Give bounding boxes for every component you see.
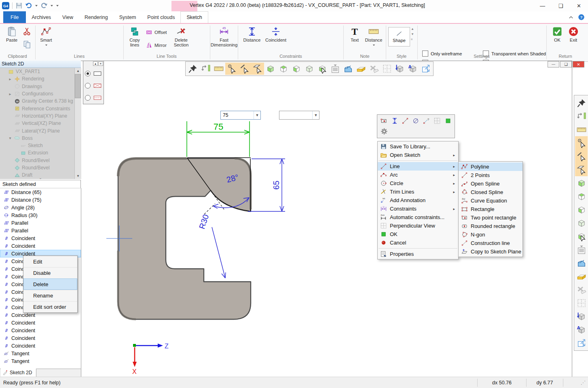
submenu-item[interactable]: Rounded rectangle — [459, 222, 522, 230]
menu-item[interactable]: Circle ▸ — [378, 179, 458, 188]
tree-item[interactable]: 10 Gravity Center 6.738 kg — [0, 97, 81, 105]
line-tool-icon[interactable] — [66, 27, 75, 36]
help-icon[interactable]: ? — [578, 14, 585, 21]
constraint-row[interactable]: Coincident — [0, 234, 81, 242]
constraint-row[interactable]: Coincident — [0, 334, 81, 342]
ribbon-tab[interactable]: Sketch — [180, 11, 208, 23]
toolbar-button[interactable] — [575, 216, 588, 230]
toolbar-button[interactable] — [575, 230, 588, 243]
line-tool-icon[interactable] — [115, 39, 124, 48]
constraint-row[interactable]: Tangent — [0, 350, 81, 357]
toolbar-button[interactable] — [575, 163, 588, 176]
toolbar-button[interactable] — [355, 63, 368, 75]
menu-item[interactable]: Trim Lines ▸ — [378, 188, 458, 196]
mini-toolbar-button[interactable] — [390, 116, 398, 125]
paste-button[interactable]: Paste — [3, 26, 20, 42]
submenu-item[interactable]: Polyline — [459, 162, 522, 171]
radio-button[interactable] — [85, 83, 91, 89]
delete-section-button[interactable]: Delete Section — [171, 26, 191, 47]
constraint-row[interactable]: Angle (28) — [0, 204, 81, 211]
toolbar-button[interactable] — [381, 63, 393, 75]
tree-item[interactable]: Sketch — [0, 142, 81, 149]
toolbar-button[interactable] — [303, 63, 316, 75]
menu-item[interactable]: Save To Library... ▸ — [378, 142, 458, 151]
menu-item[interactable]: Perpendicular View ▸ — [378, 221, 458, 230]
toolbar-button[interactable] — [251, 63, 264, 75]
toolbar-button[interactable] — [575, 310, 588, 323]
palette-close-icon[interactable]: ✕ — [98, 61, 103, 66]
distance-constraint-button[interactable]: Distance — [241, 26, 263, 42]
scroll-down-icon[interactable]: ▼ — [75, 173, 81, 179]
palette-option[interactable] — [83, 80, 104, 92]
toolbar-button[interactable] — [225, 63, 238, 75]
ribbon-tab[interactable]: File — [3, 11, 26, 23]
ribbon-tab[interactable]: System — [114, 11, 142, 23]
toolbar-button[interactable] — [575, 296, 588, 310]
cut-button[interactable] — [23, 27, 32, 37]
constraint-tool-icon[interactable] — [319, 40, 328, 49]
menu-item[interactable]: Line ▸ — [378, 162, 458, 171]
menu-item[interactable]: Open Sketch ▸ — [378, 151, 458, 159]
line-tool-icon[interactable] — [105, 27, 114, 36]
mini-toolbar-button[interactable] — [433, 116, 441, 125]
constraint-tool-icon[interactable] — [310, 40, 319, 49]
dim-height-label[interactable]: 65 — [272, 181, 281, 190]
menu-item[interactable]: txt Add Annotation ▸ — [378, 196, 458, 205]
tree-expander-icon[interactable]: ▸ — [8, 77, 13, 81]
toolbar-button[interactable] — [575, 96, 588, 110]
resize-grip[interactable]: ⋰ — [563, 380, 588, 386]
line-tool-icon[interactable] — [86, 39, 95, 48]
constraint-row[interactable]: Distance (65) — [0, 188, 81, 196]
toolbar-button[interactable]: A — [575, 323, 588, 336]
constraint-tool-icon[interactable] — [329, 40, 338, 49]
mini-toolbar-button[interactable]: ? — [423, 116, 431, 125]
constraint-row[interactable]: Coincident — [0, 327, 81, 334]
radio-button[interactable] — [85, 71, 91, 76]
context-menu-item[interactable]: Disable — [23, 267, 77, 278]
line-tool-icon[interactable] — [105, 39, 114, 48]
constraint-row[interactable]: Coincident — [0, 319, 81, 327]
undo-icon[interactable] — [25, 2, 33, 10]
constraint-tool-icon[interactable] — [300, 28, 309, 37]
palette-option[interactable] — [83, 92, 104, 104]
toolbar-button[interactable] — [575, 190, 588, 203]
collapse-ribbon-icon[interactable] — [568, 15, 574, 20]
ok-button[interactable]: OK — [550, 26, 565, 42]
tree-item[interactable]: ▸ Configurations — [0, 90, 81, 97]
constraint-tool-icon[interactable] — [329, 28, 338, 37]
constraint-tool-icon[interactable] — [300, 40, 309, 49]
palette-option[interactable] — [83, 67, 104, 80]
toolbar-button[interactable] — [368, 63, 381, 75]
copy-lines-button[interactable]: Copy lines — [125, 26, 144, 47]
tree-item[interactable]: Extrusion — [0, 149, 81, 156]
toolbar-button[interactable] — [342, 63, 355, 75]
toolbar-button[interactable] — [212, 63, 225, 75]
chevron-down-icon[interactable]: ▼ — [254, 111, 260, 119]
submenu-item[interactable]: 2 Points — [459, 171, 522, 179]
menu-item[interactable]: Cancel ▸ — [378, 238, 458, 247]
line-tool-icon[interactable] — [95, 27, 104, 36]
constraint-row[interactable]: Distance (75) — [0, 196, 81, 204]
gear-button[interactable] — [380, 127, 389, 136]
line-tool-icon[interactable] — [66, 39, 75, 48]
menu-item[interactable]: OK ▸ — [378, 230, 458, 238]
combobox-value[interactable]: 75 — [221, 112, 254, 118]
exit-button[interactable]: Exit — [566, 26, 581, 42]
mini-toolbar-button[interactable] — [380, 116, 388, 125]
toolbar-button[interactable] — [575, 256, 588, 270]
menu-item[interactable]: Auto Automatic constraints... ▸ — [378, 213, 458, 221]
radio-button[interactable] — [85, 95, 91, 101]
tree-item[interactable]: Vertical(XZ) Plane — [0, 120, 81, 127]
distance-note-button[interactable]: Distance — [363, 26, 384, 47]
toolbar-button[interactable] — [575, 123, 588, 136]
toolbar-button[interactable] — [575, 270, 588, 283]
constraint-row[interactable]: Parallel — [0, 227, 81, 234]
constraint-tool-icon[interactable] — [310, 28, 319, 37]
mini-toolbar-button[interactable] — [412, 116, 420, 125]
submenu-item[interactable]: f(x) Curve Equation — [459, 196, 522, 205]
line-tool-icon[interactable] — [76, 27, 85, 36]
smart-line-button[interactable]: Smart — [38, 26, 54, 47]
submenu-item[interactable]: Two point rectangle — [459, 213, 522, 222]
coincident-constraint-button[interactable]: Coincident — [264, 26, 288, 42]
text-note-button[interactable]: T Text — [347, 26, 362, 42]
